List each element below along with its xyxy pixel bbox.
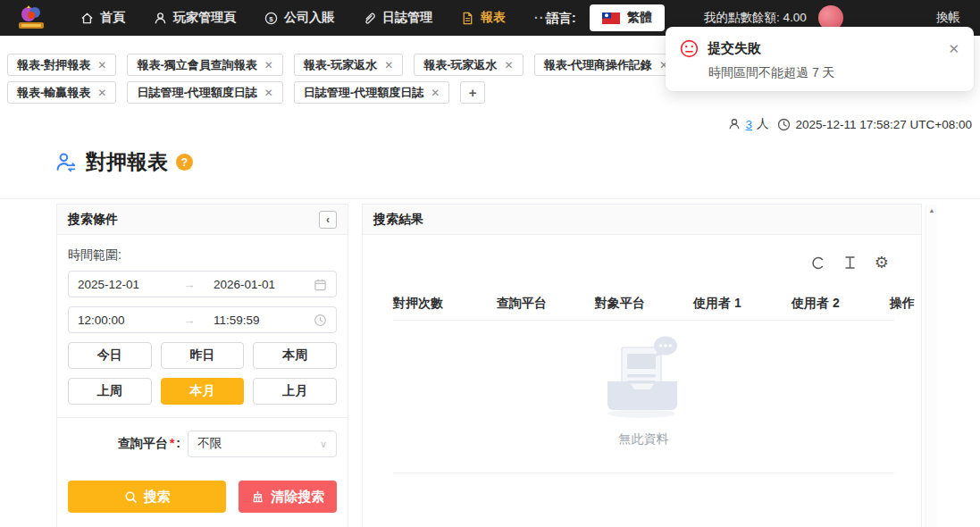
tab-report-hedge[interactable]: 報表-對押報表✕ bbox=[7, 54, 116, 76]
clear-brush-icon bbox=[251, 490, 264, 504]
column-settings-gear-icon[interactable]: ⚙ bbox=[875, 255, 889, 271]
collapse-panel-button[interactable]: ‹ bbox=[319, 211, 337, 229]
help-icon[interactable]: ? bbox=[176, 154, 193, 171]
tab-report-agent-operation-log[interactable]: 報表-代理商操作記錄✕ bbox=[534, 54, 678, 76]
taiwan-flag-icon bbox=[602, 13, 620, 24]
search-panel-title: 搜索條件 bbox=[68, 212, 118, 228]
tab-label: 報表-代理商操作記錄 bbox=[544, 57, 652, 73]
error-face-icon bbox=[680, 39, 699, 58]
nav-item-log-management[interactable]: 日誌管理 bbox=[363, 10, 432, 26]
nav-item-company-deposit[interactable]: $ 公司入賬 bbox=[264, 10, 334, 26]
page-title-row: 對押報表 ? bbox=[55, 148, 193, 176]
date-start-value[interactable]: 2025-12-01 bbox=[78, 278, 183, 291]
platform-label: 查詢平台*: bbox=[68, 436, 188, 452]
scroll-up-arrow-icon[interactable]: ▲ bbox=[926, 205, 937, 213]
tab-label: 報表-輸贏報表 bbox=[17, 85, 90, 101]
clear-button-label: 清除搜索 bbox=[271, 489, 324, 506]
server-timestamp: 2025-12-11 17:58:27 UTC+08:00 bbox=[795, 118, 972, 131]
clock-icon bbox=[777, 118, 791, 131]
time-range-label: 時間範圍: bbox=[68, 247, 337, 264]
quick-button-this-week[interactable]: 本周 bbox=[253, 342, 337, 369]
tab-label: 報表-對押報表 bbox=[17, 57, 90, 73]
nav-item-label: 報表 bbox=[481, 10, 506, 26]
toast-title: 提交失敗 bbox=[708, 40, 939, 57]
nav-right-partial[interactable]: 換帳 bbox=[936, 10, 960, 26]
search-panel-header: 搜索條件 ‹ bbox=[57, 205, 348, 235]
required-mark: * bbox=[170, 436, 174, 450]
quick-button-last-month[interactable]: 上月 bbox=[253, 378, 337, 405]
tab-log-agent-quota-1[interactable]: 日誌管理-代理額度日誌✕ bbox=[127, 81, 282, 104]
paperclip-icon bbox=[363, 12, 376, 25]
quick-button-this-month[interactable]: 本月 bbox=[161, 378, 245, 405]
results-scrollbar[interactable]: ▲ bbox=[926, 205, 937, 527]
platform-select[interactable]: 不限 ∨ bbox=[188, 431, 337, 457]
online-users-icon bbox=[728, 118, 741, 130]
language-selector[interactable]: 繁體 bbox=[590, 4, 665, 31]
tab-report-player-rebate-2[interactable]: 報表-玩家返水✕ bbox=[414, 54, 523, 76]
time-start-value[interactable]: 12:00:00 bbox=[78, 314, 183, 327]
results-table: 對押次數 查詢平台 對象平台 使用者 1 使用者 2 操作 無此資料 bbox=[393, 287, 894, 473]
clock-icon bbox=[314, 314, 327, 327]
quick-button-today[interactable]: 今日 bbox=[68, 342, 152, 369]
add-tab-button[interactable]: + bbox=[460, 81, 485, 104]
table-toolbar: ⚙ bbox=[363, 235, 921, 271]
time-end-value[interactable]: 11:59:59 bbox=[214, 314, 314, 327]
nav-item-label: 日誌管理 bbox=[382, 10, 432, 26]
tab-report-player-rebate-1[interactable]: 報表-玩家返水✕ bbox=[294, 54, 403, 76]
toast-close-icon[interactable]: ✕ bbox=[948, 42, 959, 55]
user-icon bbox=[154, 12, 167, 25]
date-end-value[interactable]: 2026-01-01 bbox=[214, 278, 314, 291]
refresh-icon[interactable] bbox=[810, 255, 825, 271]
tab-report-win-loss[interactable]: 報表-輸贏報表✕ bbox=[7, 81, 116, 104]
form-divider bbox=[57, 417, 348, 418]
quick-button-last-week[interactable]: 上周 bbox=[68, 378, 152, 405]
svg-text:$: $ bbox=[269, 14, 273, 22]
platform-field-row: 查詢平台*: 不限 ∨ bbox=[68, 431, 337, 457]
row-height-icon[interactable] bbox=[843, 255, 857, 270]
tab-close-icon[interactable]: ✕ bbox=[505, 59, 514, 71]
quick-button-yesterday[interactable]: 昨日 bbox=[161, 342, 245, 369]
tab-close-icon[interactable]: ✕ bbox=[97, 87, 106, 99]
language-value: 繁體 bbox=[627, 10, 652, 26]
nav-item-home[interactable]: 首頁 bbox=[80, 10, 125, 26]
plus-icon: + bbox=[469, 85, 477, 100]
tab-label: 報表-獨立會員查詢報表 bbox=[137, 57, 256, 73]
label-colon: : bbox=[176, 436, 180, 450]
session-info-row: 3 人 2025-12-11 17:58:27 UTC+08:00 bbox=[728, 116, 972, 132]
nav-item-label: 公司入賬 bbox=[284, 10, 334, 26]
empty-state-text: 無此資料 bbox=[619, 431, 669, 448]
search-button-label: 搜索 bbox=[144, 489, 171, 506]
column-header-user-1: 使用者 1 bbox=[693, 296, 792, 312]
app-logo[interactable] bbox=[11, 4, 52, 32]
tab-close-icon[interactable]: ✕ bbox=[264, 59, 273, 71]
nav-item-label: 玩家管理頁 bbox=[173, 10, 236, 26]
online-count-link[interactable]: 3 bbox=[745, 118, 752, 131]
tab-close-icon[interactable]: ✕ bbox=[264, 87, 273, 99]
hedge-report-icon bbox=[55, 151, 78, 173]
language-label: 語言: bbox=[547, 11, 576, 27]
clear-search-button[interactable]: 清除搜索 bbox=[239, 481, 337, 513]
tab-close-icon[interactable]: ✕ bbox=[384, 59, 393, 71]
empty-state: 無此資料 bbox=[393, 321, 894, 473]
quick-range-buttons: 今日 昨日 本周 上周 本月 上月 bbox=[68, 342, 337, 405]
search-button[interactable]: 搜索 bbox=[68, 481, 226, 513]
tab-log-agent-quota-2[interactable]: 日誌管理-代理額度日誌✕ bbox=[294, 81, 449, 104]
column-header-user-2: 使用者 2 bbox=[792, 296, 890, 312]
toast-notification: 提交失敗 ✕ 時間區間不能超過 7 天 bbox=[666, 27, 974, 91]
nav-item-reports[interactable]: 報表 bbox=[461, 10, 506, 26]
tab-label: 日誌管理-代理額度日誌 bbox=[137, 85, 256, 101]
date-range-input[interactable]: 2025-12-01 → 2026-01-01 bbox=[68, 271, 337, 297]
toast-message: 時間區間不能超過 7 天 bbox=[708, 65, 959, 81]
tab-close-icon[interactable]: ✕ bbox=[431, 87, 440, 99]
results-panel-title: 搜索結果 bbox=[373, 212, 423, 228]
table-header-row: 對押次數 查詢平台 對象平台 使用者 1 使用者 2 操作 bbox=[393, 287, 894, 321]
tab-report-independent-member[interactable]: 報表-獨立會員查詢報表✕ bbox=[127, 54, 282, 76]
dollar-circle-icon: $ bbox=[264, 12, 278, 25]
online-count-suffix: 人 bbox=[757, 116, 769, 132]
tab-label: 報表-玩家返水 bbox=[304, 57, 377, 73]
nav-item-player-admin[interactable]: 玩家管理頁 bbox=[154, 10, 236, 26]
tab-close-icon[interactable]: ✕ bbox=[97, 59, 106, 71]
time-range-input[interactable]: 12:00:00 → 11:59:59 bbox=[68, 306, 337, 333]
page-title: 對押報表 bbox=[86, 148, 168, 176]
search-results-panel: 搜索結果 ⚙ 對押次數 查詢平台 對象平台 使用者 1 使用者 2 操作 bbox=[362, 204, 922, 527]
